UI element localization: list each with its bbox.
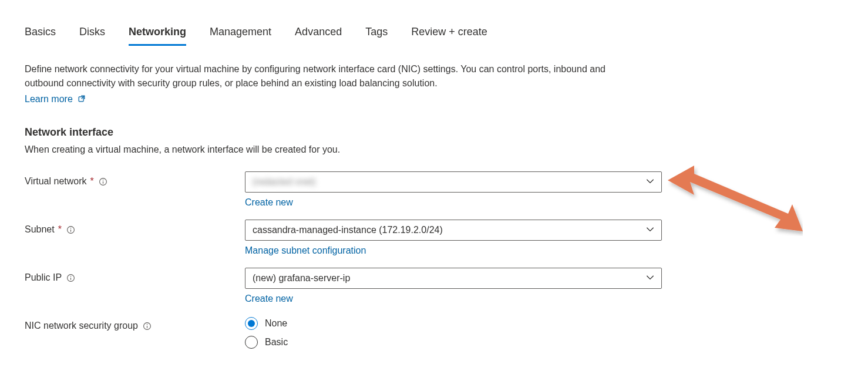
virtual-network-select[interactable]: (redacted vnet): [245, 171, 662, 193]
tab-advanced[interactable]: Advanced: [295, 23, 342, 46]
section-title-network-interface: Network interface: [25, 126, 856, 139]
tab-disks[interactable]: Disks: [79, 23, 105, 46]
vnet-create-new-link[interactable]: Create new: [245, 197, 293, 207]
intro-text: Define network connectivity for your vir…: [25, 62, 647, 90]
tab-review-create[interactable]: Review + create: [411, 23, 487, 46]
nsg-radio-basic-label: Basic: [265, 337, 288, 348]
chevron-down-icon: [645, 272, 655, 285]
svg-point-9: [147, 323, 148, 325]
label-subnet: Subnet *: [25, 220, 245, 235]
learn-more-link[interactable]: Learn more: [25, 94, 86, 104]
svg-point-2: [103, 179, 104, 180]
tab-tags[interactable]: Tags: [365, 23, 388, 46]
virtual-network-value: (redacted vnet): [253, 177, 316, 187]
label-virtual-network: Virtual network *: [25, 171, 245, 187]
public-ip-create-new-link[interactable]: Create new: [245, 294, 293, 304]
nsg-radio-group: None Basic: [245, 316, 662, 349]
info-icon[interactable]: [66, 225, 75, 234]
radio-icon: [245, 336, 258, 349]
info-icon[interactable]: [66, 274, 75, 282]
label-nic-nsg: NIC network security group: [25, 316, 245, 331]
row-nic-nsg: NIC network security group None Basic: [25, 316, 856, 349]
nsg-radio-none-label: None: [265, 318, 287, 329]
radio-icon: [245, 317, 258, 330]
public-ip-select[interactable]: (new) grafana-server-ip: [245, 268, 662, 289]
info-icon[interactable]: [143, 322, 152, 331]
wizard-tabs: Basics Disks Networking Management Advan…: [25, 23, 856, 46]
section-subtitle: When creating a virtual machine, a netwo…: [25, 144, 856, 155]
row-subnet: Subnet * cassandra-managed-instance (172…: [25, 220, 856, 256]
chevron-down-icon: [645, 176, 655, 188]
svg-point-5: [70, 227, 72, 228]
tab-management[interactable]: Management: [210, 23, 271, 46]
subnet-select[interactable]: cassandra-managed-instance (172.19.2.0/2…: [245, 220, 662, 241]
tab-networking[interactable]: Networking: [129, 23, 186, 46]
required-asterisk: *: [90, 176, 94, 187]
manage-subnet-link[interactable]: Manage subnet configuration: [245, 245, 366, 255]
svg-point-7: [70, 275, 72, 277]
chevron-down-icon: [645, 224, 655, 237]
external-link-icon: [78, 95, 86, 105]
learn-more-label: Learn more: [25, 94, 73, 104]
info-icon[interactable]: [99, 177, 107, 186]
row-public-ip: Public IP (new) grafana-server-ip Create…: [25, 268, 856, 304]
nsg-radio-none[interactable]: None: [245, 317, 662, 330]
public-ip-value: (new) grafana-server-ip: [253, 273, 350, 284]
subnet-value: cassandra-managed-instance (172.19.2.0/2…: [253, 225, 443, 235]
nsg-radio-basic[interactable]: Basic: [245, 336, 662, 349]
row-virtual-network: Virtual network * (redacted vnet) Create…: [25, 171, 856, 208]
required-asterisk: *: [58, 224, 62, 235]
tab-basics[interactable]: Basics: [25, 23, 56, 46]
label-public-ip: Public IP: [25, 268, 245, 283]
